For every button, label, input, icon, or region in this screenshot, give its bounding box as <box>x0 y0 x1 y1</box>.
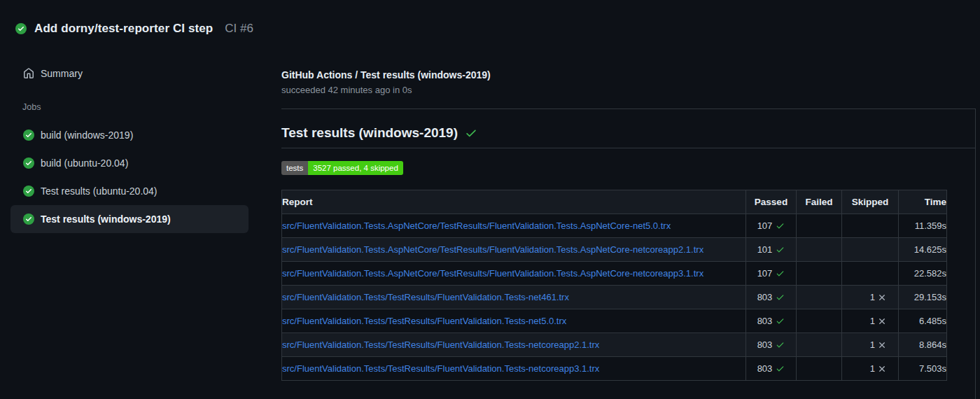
failed-cell <box>797 262 842 286</box>
skipped-cell <box>842 238 899 262</box>
report-link[interactable]: src/FluentValidation.Tests/TestResults/F… <box>282 316 566 326</box>
passed-cell: 107 <box>746 214 797 238</box>
report-link[interactable]: src/FluentValidation.Tests/TestResults/F… <box>282 363 599 374</box>
col-header-report: Report <box>282 190 746 214</box>
x-icon <box>877 293 887 302</box>
passed-cell: 803 <box>746 357 797 381</box>
run-header: Add dorny/test-reporter CI step CI #6 <box>15 22 253 36</box>
check-circle-icon <box>23 130 34 141</box>
passed-cell: 803 <box>746 286 797 309</box>
check-run-subtitle: succeeded 42 minutes ago in 0s <box>281 85 412 95</box>
report-cell: src/FluentValidation.Tests/TestResults/F… <box>282 333 746 357</box>
report-cell: src/FluentValidation.Tests/TestResults/F… <box>282 286 746 309</box>
results-table: Report Passed Failed Skipped Time src/Fl… <box>281 190 947 381</box>
report-cell: src/FluentValidation.Tests.AspNetCore/Te… <box>282 262 746 286</box>
failed-cell <box>797 286 842 309</box>
check-circle-icon <box>23 158 34 169</box>
sidebar: Summary Jobs build (windows-2019) build … <box>0 52 280 399</box>
report-cell: src/FluentValidation.Tests.AspNetCore/Te… <box>282 238 746 262</box>
passed-count: 803 <box>757 316 773 326</box>
results-table-body: src/FluentValidation.Tests.AspNetCore/Te… <box>282 214 947 381</box>
check-icon <box>465 127 477 139</box>
failed-cell <box>797 214 842 238</box>
report-cell: src/FluentValidation.Tests/TestResults/F… <box>282 357 746 381</box>
sidebar-job-label: Test results (windows-2019) <box>41 214 171 225</box>
x-icon <box>877 340 887 350</box>
check-run-title: GitHub Actions / Test results (windows-2… <box>281 69 491 80</box>
skipped-count: 1 <box>870 316 875 326</box>
report-cell: src/FluentValidation.Tests/TestResults/F… <box>282 309 746 333</box>
passed-cell: 803 <box>746 333 797 357</box>
passed-count: 803 <box>757 340 773 350</box>
report-link[interactable]: src/FluentValidation.Tests.AspNetCore/Te… <box>282 268 704 279</box>
table-row: src/FluentValidation.Tests/TestResults/F… <box>282 357 947 381</box>
time-cell: 22.582s <box>899 262 947 286</box>
col-header-failed: Failed <box>797 190 842 214</box>
skipped-cell <box>842 262 899 286</box>
check-icon <box>776 245 785 254</box>
tests-badge: tests 3527 passed, 4 skipped <box>281 161 403 175</box>
sidebar-job-item[interactable]: build (ubuntu-20.04) <box>10 149 248 177</box>
skipped-cell: 1 <box>842 286 899 309</box>
run-title: Add dorny/test-reporter CI step <box>34 22 213 36</box>
passed-cell: 101 <box>746 238 797 262</box>
failed-cell <box>797 357 842 381</box>
check-icon <box>776 364 785 373</box>
table-row: src/FluentValidation.Tests.AspNetCore/Te… <box>282 238 947 262</box>
sidebar-job-item[interactable]: Test results (windows-2019) <box>10 205 248 233</box>
time-cell: 29.153s <box>899 286 947 309</box>
passed-count: 803 <box>757 363 773 374</box>
col-header-time: Time <box>899 190 947 214</box>
time-cell: 6.485s <box>899 309 947 333</box>
skipped-count: 1 <box>870 292 875 302</box>
check-circle-icon <box>23 214 34 225</box>
sidebar-item-summary[interactable]: Summary <box>10 59 248 88</box>
content-right-border <box>975 108 976 399</box>
time-cell: 8.864s <box>899 333 947 357</box>
check-icon <box>776 269 785 278</box>
failed-cell <box>797 333 842 357</box>
sidebar-job-label: build (windows-2019) <box>41 130 133 141</box>
divider-heading <box>281 148 975 148</box>
time-cell: 7.503s <box>899 357 947 381</box>
sidebar-summary-label: Summary <box>41 68 83 79</box>
skipped-cell: 1 <box>842 333 899 357</box>
check-icon <box>776 340 785 349</box>
passed-count: 107 <box>757 220 773 231</box>
skipped-cell: 1 <box>842 357 899 381</box>
passed-cell: 803 <box>746 309 797 333</box>
sidebar-job-label: build (ubuntu-20.04) <box>41 158 128 169</box>
sidebar-job-item[interactable]: build (windows-2019) <box>10 121 248 149</box>
table-row: src/FluentValidation.Tests/TestResults/F… <box>282 333 947 357</box>
sidebar-job-item[interactable]: Test results (ubuntu-20.04) <box>10 177 248 205</box>
table-row: src/FluentValidation.Tests.AspNetCore/Te… <box>282 262 947 286</box>
home-icon <box>23 68 34 79</box>
check-icon <box>776 221 785 230</box>
report-link[interactable]: src/FluentValidation.Tests.AspNetCore/Te… <box>282 244 704 255</box>
failed-cell <box>797 309 842 333</box>
time-cell: 14.625s <box>899 238 947 262</box>
table-row: src/FluentValidation.Tests.AspNetCore/Te… <box>282 214 947 238</box>
x-icon <box>877 364 887 374</box>
passed-count: 107 <box>757 268 773 279</box>
report-link[interactable]: src/FluentValidation.Tests/TestResults/F… <box>282 292 569 302</box>
passed-count: 101 <box>757 244 773 255</box>
passed-cell: 107 <box>746 262 797 286</box>
report-link[interactable]: src/FluentValidation.Tests.AspNetCore/Te… <box>282 220 671 231</box>
section-heading-text: Test results (windows-2019) <box>281 125 458 141</box>
tests-badge-value: 3527 passed, 4 skipped <box>308 161 402 175</box>
skipped-cell <box>842 214 899 238</box>
failed-cell <box>797 238 842 262</box>
col-header-passed: Passed <box>746 190 797 214</box>
col-header-skipped: Skipped <box>842 190 899 214</box>
run-number: CI #6 <box>225 22 253 36</box>
report-cell: src/FluentValidation.Tests.AspNetCore/Te… <box>282 214 746 238</box>
divider-top <box>281 108 975 109</box>
results-table-header: Report Passed Failed Skipped Time <box>282 190 947 214</box>
table-row: src/FluentValidation.Tests/TestResults/F… <box>282 286 947 309</box>
skipped-count: 1 <box>870 340 875 350</box>
skipped-count: 1 <box>870 363 875 374</box>
sidebar-jobs-heading: Jobs <box>22 102 41 112</box>
skipped-cell: 1 <box>842 309 899 333</box>
report-link[interactable]: src/FluentValidation.Tests/TestResults/F… <box>282 340 599 350</box>
